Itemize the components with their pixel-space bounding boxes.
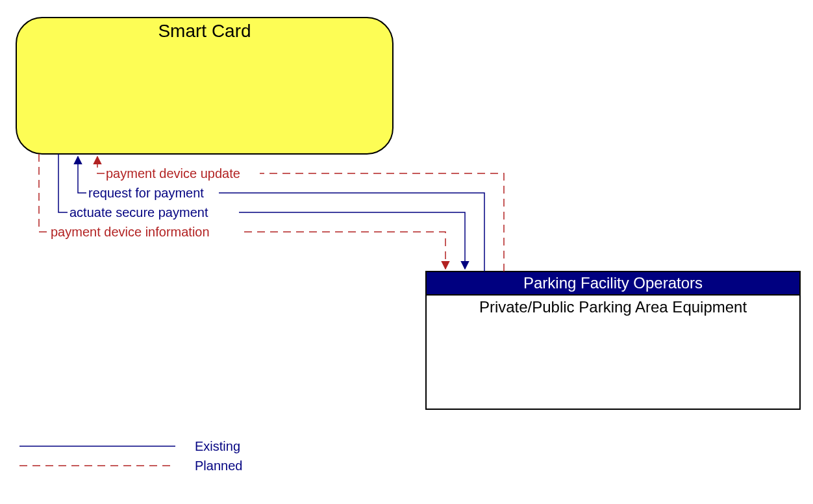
smart-card-title: Smart Card [158,21,251,41]
flow-request-for-payment-label: request for payment [88,186,204,200]
flow-payment-device-information-label: payment device information [51,225,210,239]
legend-planned-label: Planned [195,459,242,473]
node-parking: Parking Facility Operators Private/Publi… [426,271,800,409]
node-smart-card: Smart Card [16,18,393,154]
legend-existing-label: Existing [195,439,240,453]
legend: Existing Planned [19,439,242,473]
parking-header: Parking Facility Operators [523,274,703,292]
flow-payment-device-update-label: payment device update [106,166,240,181]
flow-actuate-secure-payment-label: actuate secure payment [69,205,208,220]
parking-subtitle: Private/Public Parking Area Equipment [479,298,747,316]
